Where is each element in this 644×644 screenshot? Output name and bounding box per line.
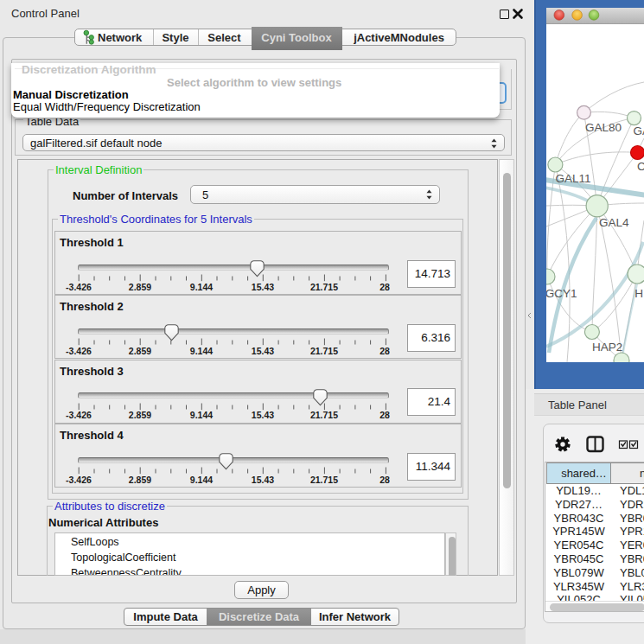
svg-text:GA: GA: [634, 124, 644, 137]
svg-text:GAL11: GAL11: [555, 172, 590, 185]
svg-text:H: H: [634, 287, 643, 300]
svg-text:GAL80: GAL80: [585, 121, 622, 134]
svg-text:GAL4: GAL4: [599, 216, 629, 229]
svg-text:HAP2: HAP2: [592, 341, 622, 354]
svg-text:GCY1: GCY1: [545, 287, 577, 300]
svg-text:C: C: [637, 160, 644, 173]
